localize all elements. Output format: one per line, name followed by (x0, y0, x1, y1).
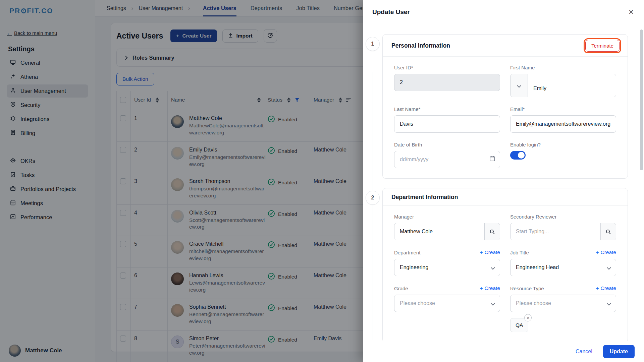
grade-label: Grade (394, 286, 408, 291)
first-name-combo (510, 74, 616, 97)
section-department-information: 2 Department Information Manager (382, 188, 628, 343)
chevron-down-icon (491, 301, 495, 306)
department-label: Department (394, 250, 420, 255)
step-indicator-2: 2 (366, 191, 380, 205)
scrollbar-thumb[interactable] (640, 29, 643, 170)
secondary-reviewer-search-field (510, 223, 616, 240)
manager-label: Manager (394, 214, 500, 220)
create-department-link[interactable]: +Create (480, 249, 500, 255)
screen: PRFIT.CO ← Back to main menu Settings Ge… (0, 0, 644, 362)
drawer-body: 1 Personal Information Terminate User ID… (363, 21, 644, 341)
grade-select[interactable]: Please choose (394, 295, 500, 312)
plus-icon: + (596, 249, 599, 255)
update-user-drawer: Update User ✕ 1 Personal Information Ter… (363, 0, 644, 362)
chevron-down-icon (607, 265, 611, 270)
plus-icon: + (480, 285, 483, 291)
step-connector-line (373, 72, 373, 340)
job-title-label: Job Title (510, 250, 529, 255)
remove-tag-icon[interactable]: ✕ (524, 314, 532, 321)
secondary-reviewer-label: Secondary Reviewer (510, 214, 616, 220)
date-of-birth-field[interactable] (394, 151, 500, 168)
search-icon[interactable] (600, 223, 616, 240)
close-icon[interactable]: ✕ (628, 9, 634, 15)
scrollbar[interactable] (640, 19, 643, 361)
search-icon[interactable] (484, 223, 500, 240)
email-field[interactable] (510, 115, 616, 133)
update-button[interactable]: Update (603, 345, 635, 358)
terminate-button[interactable]: Terminate (585, 40, 620, 52)
calendar-icon[interactable] (489, 156, 495, 162)
section-title: Department Information (391, 194, 458, 201)
create-grade-link[interactable]: +Create (480, 285, 500, 291)
chevron-down-icon[interactable] (511, 74, 528, 97)
secondary-reviewer-field[interactable] (511, 223, 600, 240)
resource-type-label: Resource Type (510, 286, 544, 291)
plus-icon: + (480, 249, 483, 255)
manager-field[interactable] (394, 223, 484, 240)
drawer-header: Update User ✕ (363, 0, 644, 21)
cancel-button[interactable]: Cancel (576, 349, 592, 355)
last-name-field[interactable] (394, 115, 500, 133)
department-select[interactable]: Engineering (394, 259, 500, 276)
last-name-label: Last Name* (394, 106, 500, 112)
drawer-footer: Cancel Update (363, 341, 644, 362)
section-header: Personal Information Terminate (383, 35, 628, 57)
email-label: Email* (510, 106, 616, 112)
job-title-select[interactable]: Engineering Head (510, 259, 616, 276)
dob-label: Date of Birth (394, 142, 500, 147)
step-indicator-1: 1 (366, 37, 380, 51)
create-job-title-link[interactable]: +Create (596, 249, 616, 255)
drawer-title: Update User (372, 8, 410, 16)
section-personal-information: 1 Personal Information Terminate User ID… (382, 34, 628, 179)
section-title: Personal Information (391, 42, 450, 49)
plus-icon: + (596, 285, 599, 291)
user-id-label: User ID* (394, 65, 500, 70)
modal-backdrop[interactable] (0, 0, 363, 362)
create-resource-type-link[interactable]: +Create (596, 285, 616, 291)
first-name-field[interactable] (528, 74, 616, 97)
enable-login-toggle[interactable] (510, 151, 526, 160)
resource-type-select[interactable]: Please choose (510, 295, 616, 312)
section-header: Department Information (383, 188, 628, 206)
enable-login-label: Enable login? (510, 142, 616, 147)
user-id-field (394, 74, 500, 91)
chevron-down-icon (491, 265, 495, 270)
first-name-label: First Name (510, 65, 616, 70)
manager-search-field (394, 223, 500, 240)
chevron-down-icon (607, 301, 611, 306)
